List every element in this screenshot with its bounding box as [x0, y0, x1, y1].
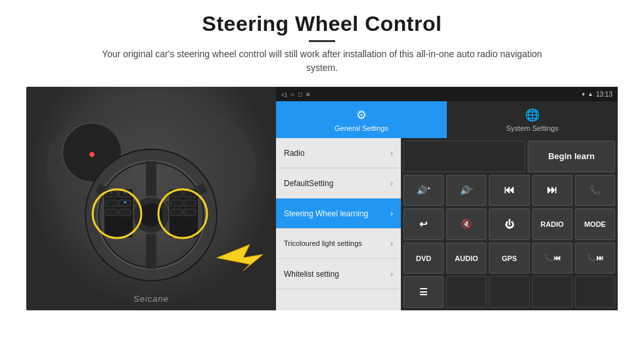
system-settings-icon: 🌐: [525, 108, 540, 122]
phone-icon: 📞: [589, 185, 601, 195]
statusbar-right: ♦ ▲ 13:13: [582, 91, 612, 98]
car-background: ●: [26, 87, 276, 310]
menu-item-steering[interactable]: Steering Wheel learning ›: [276, 199, 401, 229]
grid-btn-phone-prev[interactable]: 📞⏮: [532, 243, 572, 274]
grid-btn-vol-down[interactable]: 🔊-: [446, 175, 486, 206]
svg-rect-18: [119, 209, 131, 216]
vol-down-icon: 🔊-: [460, 185, 472, 195]
subtitle: Your original car's steering wheel contr…: [92, 47, 552, 75]
menu-item-defaultsetting[interactable]: DefaultSetting ›: [276, 168, 401, 199]
radio-label: RADIO: [540, 220, 563, 228]
grid-btn-dvd[interactable]: DVD: [403, 243, 444, 274]
grid-btn-gps[interactable]: GPS: [489, 243, 529, 274]
general-settings-icon: ⚙: [356, 108, 367, 122]
menu-nav-icon[interactable]: ≡: [306, 91, 310, 98]
mode-label: MODE: [584, 220, 606, 228]
statusbar-nav: ◁ ○ □ ≡: [281, 91, 310, 98]
begin-learn-button[interactable]: Begin learn: [528, 141, 615, 172]
grid-btn-mute[interactable]: 🔇: [446, 208, 486, 240]
mute-icon: 🔇: [461, 219, 472, 229]
button-grid: Begin learn 🔊+ 🔊- ⏮: [401, 138, 618, 310]
steering-wheel-svg: ●: [26, 87, 276, 310]
menu-arrow-steering: ›: [390, 209, 393, 218]
menu-item-whitelist[interactable]: Whitelist setting ›: [276, 259, 401, 289]
content-area: ●: [26, 87, 618, 310]
seicane-watermark: Seicane: [133, 294, 169, 304]
power-icon: ⏻: [505, 219, 514, 229]
android-ui: ◁ ○ □ ≡ ♦ ▲ 13:13 ⚙ General Settings: [276, 87, 618, 310]
tab-bar: ⚙ General Settings 🌐 System Settings: [276, 101, 618, 138]
grid-btn-list[interactable]: ☰: [403, 276, 444, 308]
title-divider: [309, 40, 335, 42]
svg-text:☎: ☎: [124, 201, 127, 204]
page-title: Steering Wheel Control: [92, 12, 552, 36]
menu-item-white-label: Whitelist setting: [284, 270, 339, 279]
page-wrapper: Steering Wheel Control Your original car…: [0, 0, 644, 359]
next-track-icon: ⏭: [547, 184, 557, 196]
grid-btn-prev-track[interactable]: ⏮: [489, 175, 529, 206]
grid-btn-empty2: [489, 276, 529, 308]
grid-btn-next-track[interactable]: ⏭: [532, 175, 572, 206]
grid-btn-back[interactable]: ↩: [403, 208, 444, 240]
grid-btn-vol-up[interactable]: 🔊+: [403, 175, 444, 206]
grid-btn-empty3: [532, 276, 572, 308]
grid-row-1: Begin learn: [403, 141, 615, 172]
svg-text:●: ●: [89, 147, 96, 160]
tab-general-settings[interactable]: ⚙ General Settings: [276, 101, 447, 138]
svg-rect-17: [106, 209, 118, 216]
grid-btn-empty1: [446, 276, 486, 308]
menu-arrow-radio: ›: [390, 149, 393, 158]
svg-rect-27: [184, 200, 196, 206]
menu-and-grid: Radio › DefaultSetting › Steering Wheel …: [276, 138, 618, 310]
menu-arrow-white: ›: [390, 270, 393, 279]
menu-list: Radio › DefaultSetting › Steering Wheel …: [276, 138, 401, 310]
menu-item-steering-label: Steering Wheel learning: [284, 209, 368, 218]
prev-track-icon: ⏮: [504, 184, 515, 196]
phone-next-icon: 📞⏭: [587, 254, 603, 262]
grid-btn-phone-next[interactable]: 📞⏭: [575, 243, 615, 274]
grid-row-3: ↩ 🔇 ⏻ RADIO MODE: [403, 208, 615, 240]
wifi-icon: ▲: [587, 91, 593, 97]
tab-system-label: System Settings: [506, 124, 558, 132]
svg-text:+: +: [111, 191, 113, 195]
gps-icon: ♦: [582, 91, 585, 97]
svg-marker-32: [217, 245, 263, 271]
menu-item-radio-label: Radio: [284, 149, 304, 158]
grid-btn-audio[interactable]: AUDIO: [446, 243, 486, 274]
menu-item-tricoloured[interactable]: Tricoloured light settings ›: [276, 229, 401, 259]
phone-prev-icon: 📞⏮: [544, 254, 561, 262]
list-icon: ☰: [419, 287, 428, 297]
tab-general-label: General Settings: [334, 124, 388, 132]
grid-btn-mode[interactable]: MODE: [575, 208, 615, 240]
back-nav-icon[interactable]: ◁: [281, 91, 287, 98]
title-section: Steering Wheel Control Your original car…: [92, 12, 552, 83]
gps-label: GPS: [501, 254, 517, 262]
svg-rect-26: [171, 200, 183, 206]
grid-btn-empty-top: [403, 141, 525, 172]
grid-btn-radio[interactable]: RADIO: [532, 208, 572, 240]
menu-arrow-tri: ›: [390, 239, 393, 249]
back-icon: ↩: [419, 218, 428, 230]
menu-item-radio[interactable]: Radio ›: [276, 138, 401, 168]
dvd-label: DVD: [416, 254, 431, 262]
menu-arrow-default: ›: [390, 179, 393, 188]
grid-row-2: 🔊+ 🔊- ⏮ ⏭ 📞: [403, 175, 615, 206]
grid-btn-phone[interactable]: 📞: [575, 175, 615, 206]
grid-row-5: ☰: [403, 276, 615, 308]
grid-row-4: DVD AUDIO GPS 📞⏮ 📞⏭: [403, 243, 615, 274]
menu-item-tri-label: Tricoloured light settings: [284, 239, 362, 248]
car-image-area: ●: [26, 87, 276, 310]
tab-system-settings[interactable]: 🌐 System Settings: [447, 101, 618, 138]
home-nav-icon[interactable]: ○: [290, 91, 294, 98]
grid-btn-empty4: [575, 276, 615, 308]
svg-rect-29: [184, 209, 196, 216]
android-statusbar: ◁ ○ □ ≡ ♦ ▲ 13:13: [276, 87, 618, 101]
time-display: 13:13: [596, 91, 612, 98]
vol-up-icon: 🔊+: [417, 185, 430, 195]
grid-btn-power[interactable]: ⏻: [489, 208, 529, 240]
svg-rect-28: [171, 209, 183, 216]
audio-label: AUDIO: [455, 254, 478, 262]
recents-nav-icon[interactable]: □: [298, 91, 302, 98]
menu-item-default-label: DefaultSetting: [284, 179, 333, 188]
